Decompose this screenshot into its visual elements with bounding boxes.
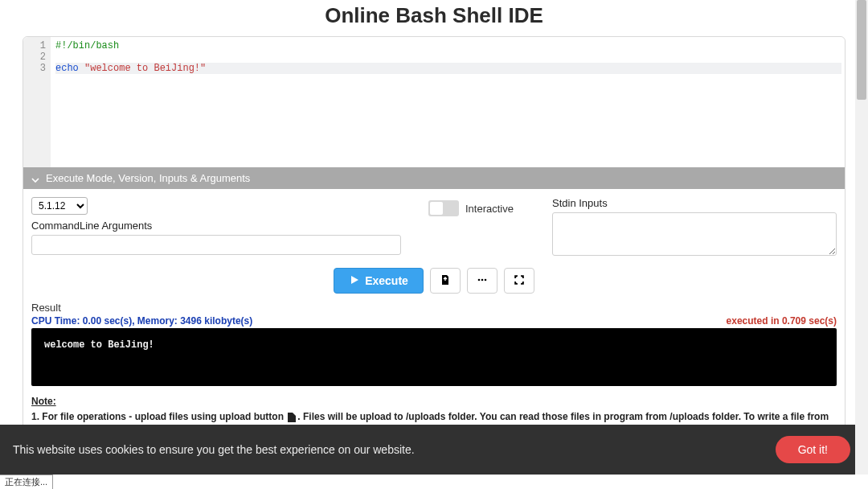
browser-status: 正在连接... xyxy=(0,475,53,489)
play-icon xyxy=(349,274,360,288)
upload-button[interactable] xyxy=(430,268,461,294)
result-heading: Result xyxy=(31,302,837,314)
ellipsis-icon xyxy=(477,274,488,288)
fullscreen-button[interactable] xyxy=(504,268,534,294)
cpu-memory-metric: CPU Time: 0.00 sec(s), Memory: 3496 kilo… xyxy=(31,315,252,327)
fullscreen-icon xyxy=(514,274,525,288)
stdin-label: Stdin Inputs xyxy=(552,197,837,209)
svg-point-1 xyxy=(481,278,484,281)
version-select[interactable]: 5.1.12 xyxy=(31,197,88,215)
ide-panel: 1 2 3 #!/bin/bash echo "welcome to BeiJi… xyxy=(23,36,845,461)
code-line[interactable]: echo "welcome to BeiJing!" xyxy=(55,63,841,74)
cookie-banner: This website uses cookies to ensure you … xyxy=(0,425,868,475)
execute-label: Execute xyxy=(365,274,408,287)
code-line[interactable]: #!/bin/bash xyxy=(55,40,841,51)
svg-point-2 xyxy=(485,278,487,281)
chevron-down-icon xyxy=(31,175,39,183)
stdin-input[interactable] xyxy=(552,212,837,256)
file-upload-icon xyxy=(440,274,451,288)
scrollbar-thumb[interactable] xyxy=(857,0,866,100)
exec-time-metric: executed in 0.709 sec(s) xyxy=(727,315,837,327)
settings-body: 5.1.12 CommandLine Arguments Interactive… xyxy=(23,189,845,261)
execute-button[interactable]: Execute xyxy=(334,268,424,294)
action-bar: Execute xyxy=(23,261,845,302)
page-title: Online Bash Shell IDE xyxy=(0,0,868,36)
scrollbar-track[interactable] xyxy=(855,0,868,475)
cmdline-input[interactable] xyxy=(31,235,401,255)
cmdline-label: CommandLine Arguments xyxy=(31,220,401,232)
output-console[interactable]: welcome to BeiJing! xyxy=(31,328,837,386)
cookie-accept-button[interactable]: Got it! xyxy=(776,436,850,463)
more-button[interactable] xyxy=(467,268,497,294)
cookie-text: This website uses cookies to ensure you … xyxy=(13,443,415,456)
svg-point-0 xyxy=(478,278,481,281)
editor-code-area[interactable]: #!/bin/bash echo "welcome to BeiJing!" xyxy=(51,37,845,167)
code-line[interactable] xyxy=(55,51,841,63)
code-editor[interactable]: 1 2 3 #!/bin/bash echo "welcome to BeiJi… xyxy=(23,37,845,167)
notes-heading: Note: xyxy=(31,396,837,407)
interactive-label: Interactive xyxy=(465,203,514,215)
interactive-toggle[interactable] xyxy=(428,200,459,216)
editor-gutter: 1 2 3 xyxy=(23,37,51,167)
result-block: Result CPU Time: 0.00 sec(s), Memory: 34… xyxy=(23,302,845,392)
line-number: 2 xyxy=(23,51,46,63)
settings-accordion-label: Execute Mode, Version, Inputs & Argument… xyxy=(46,172,250,184)
file-upload-icon xyxy=(288,413,296,422)
line-number: 3 xyxy=(23,63,46,74)
settings-accordion-header[interactable]: Execute Mode, Version, Inputs & Argument… xyxy=(23,167,845,189)
line-number: 1 xyxy=(23,40,46,51)
